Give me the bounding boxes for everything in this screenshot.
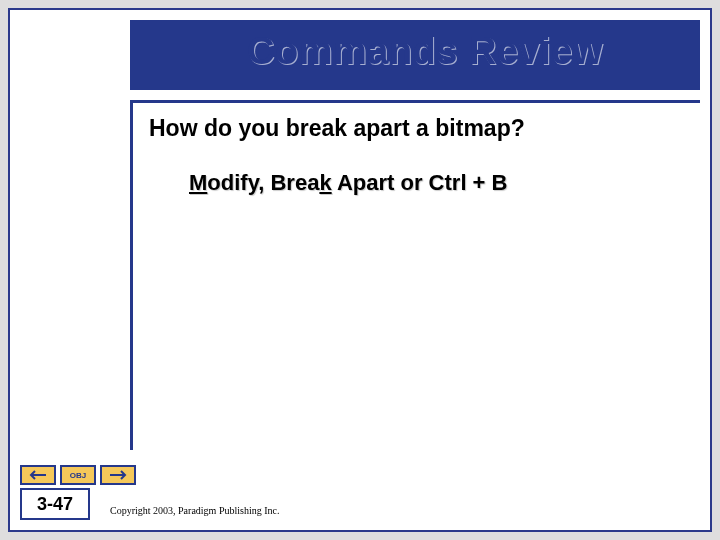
question-text: How do you break apart a bitmap? [149, 115, 684, 142]
arrow-right-icon [108, 470, 128, 480]
copyright-text: Copyright 2003, Paradigm Publishing Inc. [110, 505, 279, 516]
page-number-box: 3-47 [20, 488, 90, 520]
page-number: 3-47 [37, 494, 73, 515]
nav-controls: OBJ [20, 465, 136, 485]
obj-button[interactable]: OBJ [60, 465, 96, 485]
slide: Commands Review How do you break apart a… [8, 8, 712, 532]
prev-button[interactable] [20, 465, 56, 485]
obj-label: OBJ [70, 471, 86, 480]
answer-part-1: odify, Brea [207, 170, 319, 195]
slide-title: Commands Review [160, 30, 690, 73]
answer-part-2: Apart or Ctrl + B [332, 170, 508, 195]
answer-underline-m: M [189, 170, 207, 195]
answer-text: Modify, Break Apart or Ctrl + B [189, 170, 684, 196]
next-button[interactable] [100, 465, 136, 485]
body-panel: How do you break apart a bitmap? Modify,… [130, 100, 700, 450]
answer-underline-k: k [319, 170, 331, 195]
arrow-left-icon [28, 470, 48, 480]
